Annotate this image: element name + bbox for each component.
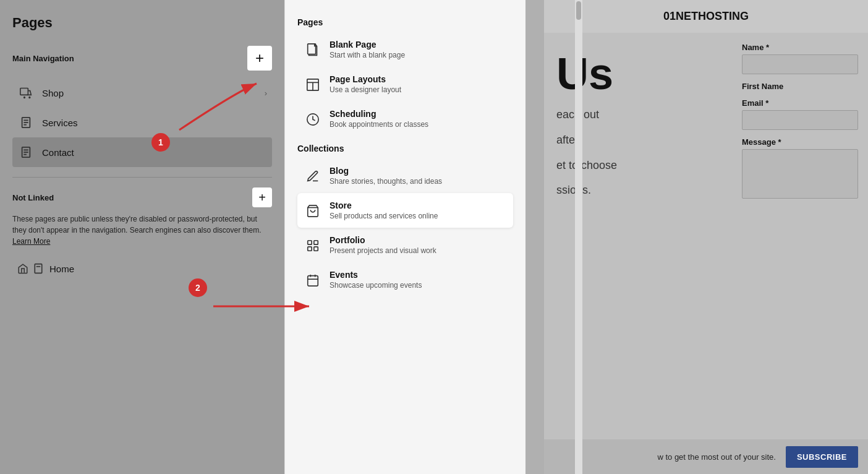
not-linked-label: Not Linked — [12, 193, 54, 202]
nav-item-shop[interactable]: Shop › — [12, 78, 272, 108]
learn-more-link[interactable]: Learn More — [12, 237, 50, 246]
portfolio-desc: Present projects and visual work — [330, 246, 436, 255]
contact-page-icon — [17, 144, 35, 161]
dropdown-panel: Pages Blank Page Start with a blank page… — [284, 0, 525, 474]
blog-text: Blog Share stories, thoughts, and ideas — [330, 166, 442, 186]
main-nav-section: Main Navigation + — [12, 46, 272, 71]
email-input[interactable] — [742, 110, 858, 130]
layouts-title: Page Layouts — [330, 74, 401, 84]
scheduling-title: Scheduling — [330, 109, 428, 119]
plus-icon: + — [255, 51, 264, 66]
scrollbar[interactable] — [575, 0, 582, 474]
blank-page-icon — [304, 41, 322, 59]
blog-title: Blog — [330, 166, 442, 176]
not-linked-section: Not Linked + These pages are public unle… — [12, 187, 272, 280]
shop-arrow: › — [265, 88, 267, 98]
add-main-nav-button[interactable]: + — [247, 46, 272, 71]
services-label: Services — [42, 118, 78, 128]
form-panel: Name * First Name Email * Message * — [732, 33, 868, 216]
shop-label: Shop — [42, 88, 64, 98]
svg-point-2 — [29, 97, 30, 98]
scheduling-text: Scheduling Book appointments or classes — [330, 109, 428, 129]
svg-rect-22 — [314, 241, 318, 244]
dropdown-item-scheduling[interactable]: Scheduling Book appointments or classes — [297, 101, 513, 136]
blank-page-text: Blank Page Start with a blank page — [330, 40, 405, 59]
svg-rect-0 — [20, 88, 28, 95]
preview-panel: 01NETHOSTING Us each out after et to cho… — [544, 0, 868, 474]
svg-rect-21 — [308, 241, 312, 244]
events-desc: Showcase upcoming events — [330, 281, 422, 290]
events-text: Events Showcase upcoming events — [330, 270, 422, 290]
message-textarea[interactable] — [742, 149, 858, 199]
dropdown-pages-title: Pages — [297, 17, 513, 27]
events-icon — [304, 271, 322, 290]
main-nav-label: Main Navigation — [12, 54, 74, 63]
blank-page-desc: Start with a blank page — [330, 51, 405, 59]
not-linked-description: These pages are public unless they're di… — [12, 213, 272, 247]
svg-rect-11 — [35, 264, 41, 274]
dropdown-item-blank[interactable]: Blank Page Start with a blank page — [297, 32, 513, 67]
portfolio-text: Portfolio Present projects and visual wo… — [330, 235, 436, 255]
scroll-thumb — [576, 1, 581, 20]
first-name-label: First Name — [742, 82, 858, 91]
name-label: Name * — [742, 43, 858, 52]
svg-rect-23 — [308, 247, 312, 251]
portfolio-icon — [304, 236, 322, 255]
dropdown-item-blog[interactable]: Blog Share stories, thoughts, and ideas — [297, 158, 513, 193]
blog-desc: Share stories, thoughts, and ideas — [330, 177, 442, 186]
blank-page-title: Blank Page — [330, 40, 405, 50]
nav-item-contact[interactable]: Contact — [12, 137, 272, 167]
home-label: Home — [49, 264, 74, 274]
subscribe-text: w to get the most out of your site. — [657, 452, 775, 462]
svg-rect-25 — [308, 276, 318, 287]
store-desc: Sell products and services online — [330, 212, 438, 220]
dropdown-collections-title: Collections — [297, 144, 513, 153]
preview-site-name: 01NETHOSTING — [544, 0, 868, 33]
svg-rect-24 — [314, 247, 318, 251]
blog-icon — [304, 167, 322, 186]
portfolio-title: Portfolio — [330, 235, 436, 245]
home-icons — [17, 263, 43, 274]
sidebar-title: Pages — [12, 15, 272, 31]
layouts-text: Page Layouts Use a designer layout — [330, 74, 401, 94]
name-input[interactable] — [742, 54, 858, 74]
services-page-icon — [17, 114, 35, 131]
store-icon — [304, 202, 322, 220]
scheduling-icon — [304, 110, 322, 129]
dropdown-item-events[interactable]: Events Showcase upcoming events — [297, 262, 513, 297]
layouts-desc: Use a designer layout — [330, 85, 401, 94]
subscribe-bar: w to get the most out of your site. SUBS… — [544, 439, 868, 474]
cart-icon — [17, 84, 35, 101]
dropdown-item-portfolio[interactable]: Portfolio Present projects and visual wo… — [297, 228, 513, 262]
add-not-linked-button[interactable]: + — [252, 187, 272, 207]
dropdown-item-layouts[interactable]: Page Layouts Use a designer layout — [297, 67, 513, 101]
not-linked-header: Not Linked + — [12, 187, 272, 207]
events-title: Events — [330, 270, 422, 280]
divider — [12, 177, 272, 178]
store-text: Store Sell products and services online — [330, 200, 438, 220]
scheduling-desc: Book appointments or classes — [330, 120, 428, 129]
store-title: Store — [330, 200, 438, 210]
layout-icon — [304, 75, 322, 94]
contact-label: Contact — [42, 147, 74, 158]
dropdown-item-store[interactable]: Store Sell products and services online — [297, 193, 513, 228]
svg-point-1 — [24, 97, 25, 98]
sidebar: Pages Main Navigation + Shop › — [0, 0, 284, 474]
subscribe-button[interactable]: SUBSCRIBE — [786, 446, 858, 468]
message-label: Message * — [742, 137, 858, 147]
nav-item-services[interactable]: Services — [12, 108, 272, 137]
nav-item-home[interactable]: Home — [12, 257, 272, 280]
email-label: Email * — [742, 98, 858, 108]
